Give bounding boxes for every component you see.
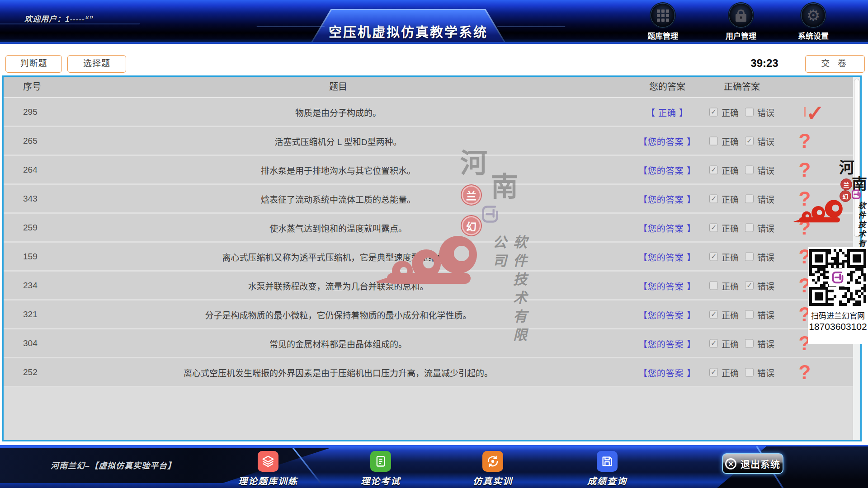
checkbox-wrong[interactable] bbox=[745, 310, 754, 319]
exit-system-button[interactable]: 退出系统 bbox=[722, 453, 783, 474]
footer-item-theory-training[interactable]: 理论题库训练 bbox=[232, 451, 304, 487]
checkbox-wrong[interactable] bbox=[745, 223, 754, 232]
row-correct-answer-options: 正确 错误 bbox=[709, 164, 774, 176]
tab-judgment-questions[interactable]: 判断题 bbox=[5, 55, 62, 73]
grid-icon[interactable] bbox=[651, 3, 675, 28]
footer-label-score-query: 成绩查询 bbox=[571, 474, 643, 487]
row-your-answer: 【您的答案 】 bbox=[639, 337, 696, 349]
option-wrong-label: 错误 bbox=[757, 279, 774, 291]
option-right: 正确 bbox=[709, 250, 739, 263]
footer-item-simulation-training[interactable]: 仿真实训 bbox=[457, 451, 529, 487]
toolbar: 判断题 选择题 39:23 交 卷 bbox=[0, 44, 868, 75]
row-index: 343 bbox=[23, 194, 38, 204]
checkbox-right[interactable] bbox=[709, 165, 718, 174]
checkbox-right[interactable] bbox=[709, 108, 718, 116]
checkbox-right[interactable] bbox=[709, 281, 718, 290]
lock-icon[interactable] bbox=[729, 3, 753, 28]
row-correct-answer-options: 正确 错误 bbox=[709, 221, 774, 234]
checkbox-wrong[interactable] bbox=[745, 339, 754, 347]
qr-code bbox=[809, 249, 866, 306]
tab-choice-questions[interactable]: 选择题 bbox=[67, 55, 126, 73]
option-wrong: 错误 bbox=[745, 308, 774, 320]
checkbox-wrong[interactable] bbox=[745, 281, 754, 290]
document-icon[interactable] bbox=[370, 451, 391, 472]
footer-item-theory-exam[interactable]: 理论考试 bbox=[344, 451, 417, 487]
checkbox-wrong[interactable] bbox=[745, 252, 754, 261]
result-correct-icon bbox=[804, 107, 806, 117]
table-row: 304 常见的金属材料都是由晶体组成的。 【您的答案 】 正确 错误 ? bbox=[4, 329, 860, 358]
footer-bar: 河南兰幻–【虚拟仿真实验平台】 理论题库训练 理论考试 仿真实训 成绩查询 bbox=[0, 445, 868, 488]
exam-timer: 39:23 bbox=[739, 57, 790, 70]
submit-paper-button[interactable]: 交 卷 bbox=[805, 55, 865, 73]
table-row: 295 物质是由分子构成的。 【 正确 】 正确 错误 ? bbox=[4, 98, 860, 127]
nav-label-question-bank: 题库管理 bbox=[637, 30, 688, 41]
close-x-icon bbox=[725, 458, 736, 469]
row-your-answer: 【您的答案 】 bbox=[639, 135, 696, 147]
checkbox-wrong[interactable] bbox=[745, 136, 754, 145]
table-row: 234 水泵并联扬程改变，流量为几台并联泵的总和。 【您的答案 】 正确 错误 … bbox=[4, 272, 860, 300]
option-right-label: 正确 bbox=[722, 164, 739, 176]
result-question-mark-icon: ? bbox=[799, 188, 811, 210]
column-header-your-answer: 您的答案 bbox=[649, 77, 685, 97]
table-scrollbar-thumb[interactable] bbox=[854, 79, 859, 237]
option-right: 正确 bbox=[709, 192, 739, 205]
checkbox-right[interactable] bbox=[709, 310, 718, 319]
row-question: 水泵并联扬程改变，流量为几台并联泵的总和。 bbox=[248, 279, 428, 291]
checkbox-wrong[interactable] bbox=[745, 368, 754, 376]
column-header-correct-answer: 正确答案 bbox=[724, 77, 760, 97]
footer-label-theory-training: 理论题库训练 bbox=[232, 474, 304, 487]
table-row: 259 使水蒸气达到饱和的温度就叫露点。 【您的答案 】 正确 错误 ? bbox=[4, 214, 860, 243]
checkbox-right[interactable] bbox=[709, 223, 718, 232]
option-right: 正确 bbox=[709, 308, 739, 320]
row-correct-answer-options: 正确 错误 bbox=[709, 366, 774, 378]
row-correct-answer-options: 正确 错误 bbox=[709, 308, 774, 320]
checkbox-wrong[interactable] bbox=[745, 165, 754, 174]
table-header-row: 序号 题目 您的答案 正确答案 bbox=[4, 77, 860, 98]
row-your-answer: 【您的答案 】 bbox=[639, 366, 696, 378]
result-question-mark-icon: ? bbox=[799, 216, 811, 239]
page-title: 空压机虚拟仿真教学系统 bbox=[311, 22, 505, 41]
qr-caption-phone: 18703603102 bbox=[808, 321, 868, 332]
checkbox-right[interactable] bbox=[709, 339, 718, 347]
sync-gear-icon[interactable] bbox=[482, 451, 503, 472]
nav-item-user-management[interactable]: 用户管理 bbox=[716, 3, 766, 41]
option-wrong: 错误 bbox=[745, 135, 774, 147]
row-question: 离心式压缩机又称为透平式压缩机，它是典型速度型压缩机。 bbox=[222, 250, 454, 263]
checkbox-right[interactable] bbox=[709, 252, 718, 261]
checkbox-wrong[interactable] bbox=[745, 108, 754, 116]
layers-stack-icon[interactable] bbox=[258, 451, 278, 472]
app-window: 欢迎用户：1-----“” 空压机虚拟仿真教学系统 题库管理 用户管理 ⚙ 系统… bbox=[0, 0, 868, 488]
option-right: 正确 bbox=[709, 106, 739, 118]
row-index: 234 bbox=[23, 281, 38, 291]
nav-label-system-settings: 系统设置 bbox=[788, 30, 839, 41]
row-correct-answer-options: 正确 错误 bbox=[709, 135, 774, 147]
footer-item-score-query[interactable]: 成绩查询 bbox=[571, 451, 643, 487]
gear-icon-glyph: ⚙ bbox=[807, 8, 820, 23]
row-result: ? bbox=[799, 189, 811, 209]
option-wrong-label: 错误 bbox=[757, 106, 774, 118]
checkbox-right[interactable] bbox=[709, 136, 718, 145]
option-wrong-label: 错误 bbox=[757, 366, 774, 378]
nav-item-system-settings[interactable]: ⚙ 系统设置 bbox=[788, 3, 839, 41]
row-question: 焓表征了流动系统中流体工质的总能量。 bbox=[261, 192, 415, 205]
header-swoosh-decoration bbox=[0, 23, 140, 43]
checkbox-right[interactable] bbox=[709, 194, 718, 203]
footer-label-simulation-training: 仿真实训 bbox=[457, 474, 529, 487]
option-wrong: 错误 bbox=[745, 366, 774, 378]
row-result: ? bbox=[799, 362, 811, 382]
option-wrong: 错误 bbox=[745, 192, 774, 205]
checkbox-wrong[interactable] bbox=[745, 194, 754, 203]
row-index: 264 bbox=[23, 165, 38, 175]
gear-icon[interactable]: ⚙ bbox=[801, 3, 826, 28]
row-question: 分子是构成物质的最小微粒，它仍保持着物质的最小成分和化学性质。 bbox=[205, 308, 471, 320]
row-index: 259 bbox=[23, 223, 38, 233]
footer-label-theory-exam: 理论考试 bbox=[344, 474, 417, 487]
row-your-answer: 【您的答案 】 bbox=[639, 308, 696, 320]
checkbox-right[interactable] bbox=[709, 368, 718, 376]
row-correct-answer-options: 正确 错误 bbox=[709, 279, 774, 291]
option-wrong: 错误 bbox=[745, 164, 774, 176]
nav-item-question-bank[interactable]: 题库管理 bbox=[637, 3, 688, 41]
result-question-mark-icon: ? bbox=[799, 361, 811, 383]
save-disk-icon[interactable] bbox=[597, 451, 618, 472]
option-right: 正确 bbox=[709, 135, 739, 147]
